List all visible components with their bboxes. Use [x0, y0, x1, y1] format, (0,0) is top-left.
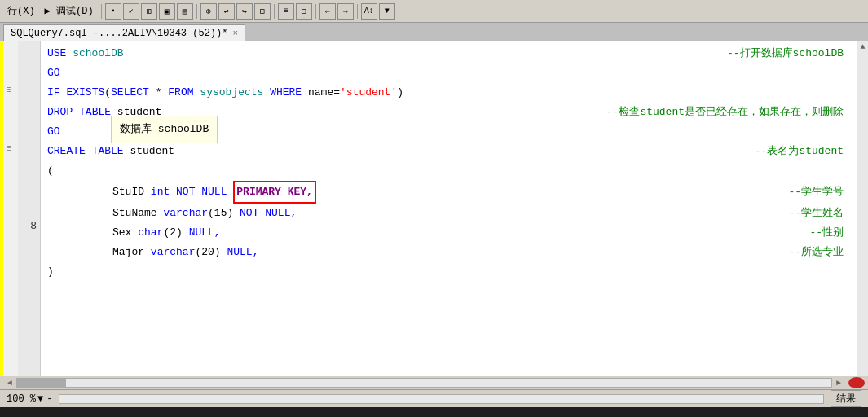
toolbar-icon-1[interactable]: ▪	[105, 3, 121, 20]
kw-where: WHERE	[270, 83, 302, 103]
line-num-3	[30, 80, 37, 99]
zoom-dropdown-arrow[interactable]: ▼	[37, 393, 43, 405]
toolbar-icon-9[interactable]: ⊡	[254, 3, 271, 20]
tab-close-button[interactable]: ×	[232, 29, 238, 38]
select-star: *	[156, 83, 162, 103]
active-tab[interactable]: SQLQuery7.sql -....2ALIV\10343 (52))* ×	[3, 24, 245, 41]
code-line-12: )	[47, 262, 850, 282]
toolbar-sep-5	[357, 4, 358, 19]
scroll-up-arrow[interactable]: ▲	[860, 41, 865, 51]
type-int: int	[151, 182, 170, 202]
kw-go-1: GO	[47, 64, 60, 83]
kw-if: IF	[47, 83, 60, 103]
statusbar: 100 % ▼ - 结果	[0, 389, 868, 407]
str-student: 'student'	[340, 83, 397, 103]
scroll-right-arrow[interactable]: ►	[832, 379, 845, 388]
zoom-control[interactable]: 100 % ▼ -	[7, 393, 52, 405]
line-num-10: 8	[30, 217, 37, 236]
zoom-decrement-btn[interactable]: -	[46, 393, 52, 405]
line-num-4	[30, 99, 37, 119]
comment-8: --学生学号	[788, 182, 844, 202]
bottom-scrollbar-track[interactable]	[59, 394, 824, 404]
toolbar-icon-7[interactable]: ↩	[218, 3, 235, 20]
code-line-1: USE schoolDB --打开数据库schoolDB	[47, 44, 850, 64]
toolbar-icon-13[interactable]: ⇒	[337, 3, 354, 20]
kw-go-2: GO	[47, 122, 60, 142]
expand-icon-if[interactable]: ⊟	[3, 85, 15, 94]
code-line-3: IF EXISTS ( SELECT * FROM sysobjects WHE…	[47, 83, 850, 103]
toolbar-icon-3[interactable]: ⊞	[141, 3, 157, 20]
char-size: (2)	[163, 223, 182, 243]
line-numbers: 8	[18, 41, 41, 376]
col-sex: Sex	[112, 223, 131, 243]
line-num-2	[30, 60, 37, 80]
toolbar-icon-8[interactable]: ↪	[236, 3, 253, 20]
menu-xing[interactable]: 行(X)	[3, 2, 39, 20]
tbl-sysobjects: sysobjects	[200, 83, 263, 103]
varchar-size-1: (15)	[208, 204, 233, 223]
toolbar-icon-6[interactable]: ⊕	[200, 3, 217, 20]
kw-from: FROM	[168, 83, 193, 103]
zoom-label: 100 %	[7, 393, 36, 405]
close-paren: )	[397, 83, 403, 103]
toolbar-sep-4	[315, 4, 316, 19]
toolbar-icon-10[interactable]: ≡	[278, 3, 294, 20]
editor-container: ⊟ ⊟ 8 数据库 schoolDB	[0, 41, 868, 376]
scroll-track[interactable]	[16, 378, 832, 388]
col-stuname: StuName	[112, 204, 157, 223]
comment-9: --学生姓名	[788, 204, 844, 223]
line-num-7	[30, 158, 37, 178]
right-scrollbar[interactable]: ▲	[857, 41, 868, 376]
kw-drop: DROP	[47, 103, 73, 122]
horizontal-scrollbar[interactable]: ◄ ►	[0, 376, 868, 389]
kw-null-2: NULL,	[227, 243, 258, 262]
type-varchar-1: varchar	[163, 204, 208, 223]
left-gutter: ⊟ ⊟	[0, 41, 18, 376]
code-line-2: GO	[47, 64, 850, 83]
tooltip-schooldb: 数据库 schoolDB	[111, 116, 218, 143]
yellow-bar	[0, 41, 3, 376]
menu-debug[interactable]: ▶ 调试(D)	[41, 2, 98, 20]
kw-not-null-2: NOT NULL,	[240, 204, 297, 223]
comment-10: --性别	[809, 223, 844, 243]
scroll-left-arrow[interactable]: ◄	[3, 379, 16, 388]
line-num-12	[30, 256, 37, 275]
comment-11: --所选专业	[788, 243, 844, 262]
type-char: char	[138, 223, 163, 243]
toolbar: 行(X) ▶ 调试(D) ▪ ✓ ⊞ ▣ ▤ ⊕ ↩ ↪ ⊡ ≡ ⊟ ⇐ ⇒ A…	[0, 0, 868, 23]
toolbar-icon-15[interactable]: ▼	[379, 3, 395, 20]
toolbar-icon-2[interactable]: ✓	[123, 3, 139, 20]
scroll-thumb[interactable]	[17, 379, 66, 387]
status-indicator	[848, 377, 865, 388]
kw-use: USE	[47, 44, 66, 64]
toolbar-icon-5[interactable]: ▤	[177, 3, 193, 20]
comment-4: --检查student是否已经存在，如果存在，则删除	[606, 103, 844, 122]
toolbar-sep-3	[274, 4, 275, 19]
tabbar: SQLQuery7.sql -....2ALIV\10343 (52))* ×	[0, 23, 868, 41]
line-num-1	[30, 41, 37, 60]
col-major: Major	[112, 243, 144, 262]
toolbar-sep-2	[196, 4, 197, 19]
code-line-9: StuName varchar (15) NOT NULL, --学生姓名	[47, 204, 850, 223]
kw-create: CREATE	[47, 142, 86, 161]
name-col: name=	[308, 83, 340, 103]
results-tab-label[interactable]: 结果	[831, 390, 861, 407]
expand-icon-create[interactable]: ⊟	[3, 143, 15, 153]
comment-6: --表名为student	[755, 142, 844, 161]
toolbar-icon-12[interactable]: ⇐	[319, 3, 336, 20]
toolbar-icon-11[interactable]: ⊟	[296, 3, 312, 20]
tbl-student-create: student	[130, 142, 174, 161]
close-paren-table: )	[47, 262, 54, 282]
kw-not-null-1: NOT NULL	[176, 182, 227, 202]
code-area[interactable]: 数据库 schoolDB USE schoolDB --打开数据库schoolD…	[41, 41, 857, 376]
toolbar-icon-4[interactable]: ▣	[159, 3, 175, 20]
open-paren-table: (	[47, 161, 54, 181]
toolbar-sep-1	[101, 4, 102, 19]
pk-keyword: PRIMARY KEY,	[233, 181, 316, 204]
toolbar-icon-14[interactable]: A↕	[361, 3, 377, 20]
kw-exists: EXISTS	[66, 83, 104, 103]
line-num-8	[30, 178, 37, 197]
comment-1: --打开数据库schoolDB	[727, 44, 844, 64]
varchar-size-2: (20)	[195, 243, 220, 262]
code-line-8: StuID int NOT NULL PRIMARY KEY, --学生学号	[47, 181, 850, 204]
